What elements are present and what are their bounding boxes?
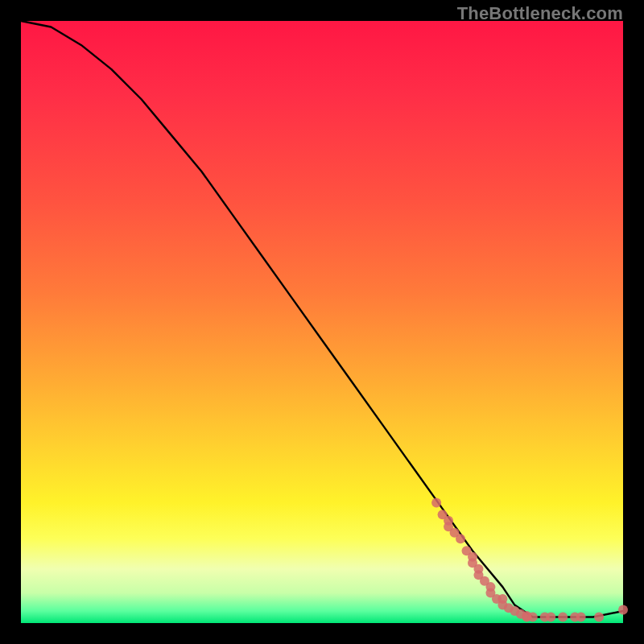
scatter-dot bbox=[546, 613, 555, 622]
scatter-dot bbox=[456, 534, 465, 543]
chart-stage: TheBottleneck.com bbox=[0, 0, 644, 644]
chart-svg bbox=[21, 21, 623, 623]
scatter-points bbox=[431, 497, 628, 621]
scatter-dot bbox=[558, 613, 568, 622]
scatter-dot bbox=[576, 613, 586, 622]
plot-area bbox=[21, 21, 623, 623]
scatter-dot bbox=[431, 497, 441, 507]
scatter-dot bbox=[618, 605, 628, 615]
bottleneck-curve bbox=[21, 21, 623, 617]
scatter-dot bbox=[528, 613, 538, 622]
scatter-dot bbox=[594, 613, 604, 622]
